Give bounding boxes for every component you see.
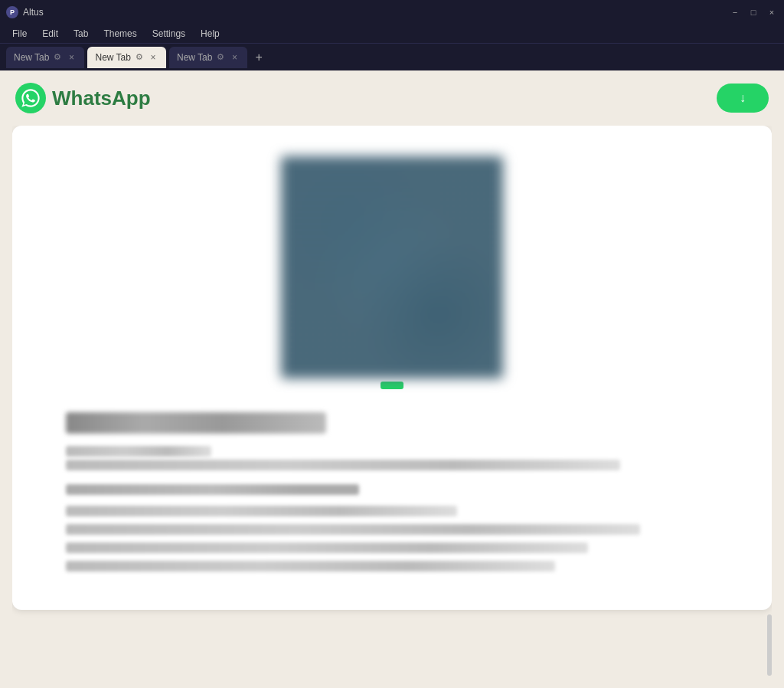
tab-label-0: New Tab — [14, 52, 49, 63]
blurred-line — [66, 460, 620, 470]
tab-0[interactable]: New Tab⚙× — [6, 47, 84, 68]
whatsapp-title: WhatsApp — [52, 87, 151, 110]
whatsapp-logo-area: WhatsApp — [15, 83, 151, 113]
qr-image — [281, 156, 503, 378]
blurred-line — [66, 506, 457, 516]
tab-2[interactable]: New Tab⚙× — [169, 47, 247, 68]
tab-close-icon-2[interactable]: × — [229, 52, 240, 63]
blurred-subheading — [66, 484, 359, 495]
tab-1[interactable]: New Tab⚙× — [87, 47, 165, 68]
title-bar: P Altus − □ × — [0, 0, 784, 25]
blurred-line — [66, 542, 588, 553]
card-wrapper — [12, 126, 772, 676]
download-icon: ↓ — [740, 91, 746, 105]
qr-green-indicator — [381, 382, 403, 389]
tab-close-icon-0[interactable]: × — [66, 52, 77, 63]
menu-item-file[interactable]: File — [6, 27, 33, 41]
app-icon: P — [6, 6, 18, 18]
tab-gear-icon-0[interactable]: ⚙ — [54, 52, 61, 62]
main-card — [12, 126, 772, 610]
blurred-heading — [66, 412, 326, 434]
menu-item-edit[interactable]: Edit — [36, 27, 64, 41]
svg-point-0 — [15, 83, 46, 113]
minimize-button[interactable]: − — [729, 6, 741, 18]
tab-bar: New Tab⚙×New Tab⚙×New Tab⚙×+ — [0, 43, 784, 70]
tab-gear-icon-2[interactable]: ⚙ — [217, 52, 224, 62]
whatsapp-logo-icon — [15, 83, 46, 113]
menu-bar: FileEditTabThemesSettingsHelp — [0, 25, 784, 43]
content-area: WhatsApp ↓ — [0, 70, 784, 688]
title-bar-left: P Altus — [6, 6, 44, 18]
tab-label-1: New Tab — [95, 52, 130, 63]
menu-item-help[interactable]: Help — [194, 27, 226, 41]
add-tab-button[interactable]: + — [250, 51, 266, 64]
text-content — [58, 412, 726, 579]
scrollbar[interactable] — [767, 614, 772, 676]
qr-section — [58, 156, 726, 389]
close-button[interactable]: × — [766, 6, 778, 18]
blurred-line — [66, 561, 555, 572]
menu-item-tab[interactable]: Tab — [67, 27, 94, 41]
whatsapp-header: WhatsApp ↓ — [12, 83, 772, 113]
blurred-line — [66, 524, 640, 535]
app-title: Altus — [23, 7, 44, 18]
menu-item-settings[interactable]: Settings — [146, 27, 191, 41]
maximize-button[interactable]: □ — [747, 6, 760, 18]
window-controls: − □ × — [729, 6, 778, 18]
tab-label-2: New Tab — [177, 52, 212, 63]
qr-container — [281, 156, 503, 378]
tab-gear-icon-1[interactable]: ⚙ — [136, 52, 143, 62]
menu-item-themes[interactable]: Themes — [97, 27, 142, 41]
blurred-line — [66, 446, 211, 457]
tab-close-icon-1[interactable]: × — [148, 52, 158, 63]
download-button[interactable]: ↓ — [717, 84, 769, 113]
